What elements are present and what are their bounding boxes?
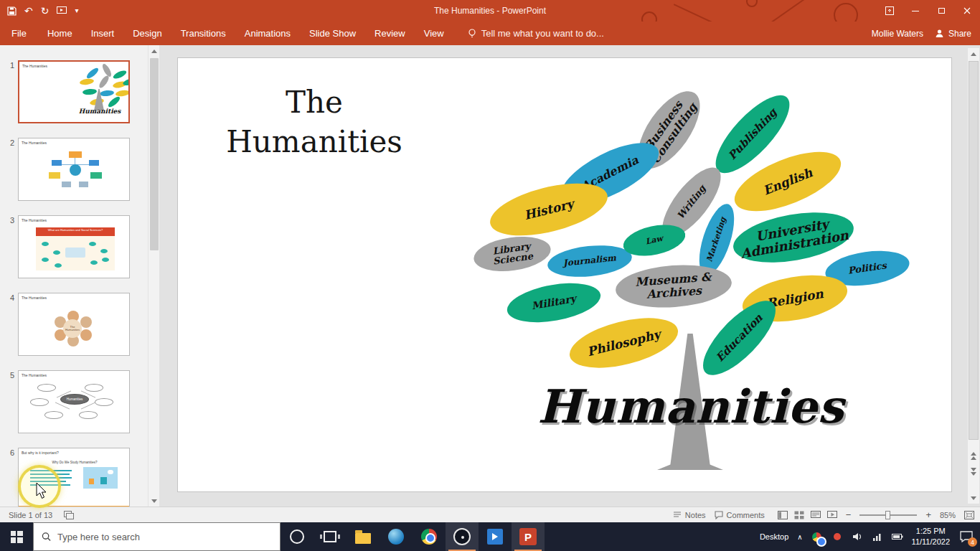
scroll-up-arrow-icon[interactable] <box>968 48 979 60</box>
comments-button[interactable]: Comments <box>715 511 765 519</box>
slide-5-preview[interactable]: The Humanities Humanities <box>18 370 130 433</box>
scroll-down-arrow-icon[interactable] <box>149 495 159 507</box>
quick-access-toolbar: ↶ ↻ ▾ <box>7 0 79 22</box>
share-button[interactable]: Share <box>935 29 971 39</box>
undo-icon[interactable]: ↶ <box>24 0 33 22</box>
leaf-journalism[interactable]: Journalism <box>546 242 633 281</box>
movies-app-button[interactable] <box>479 522 512 551</box>
slide-thumbnail-3[interactable]: 3 The Humanities What are Humanities and… <box>4 215 130 278</box>
slide-thumbnail-1[interactable]: 1 The Humanities <box>4 60 130 123</box>
tab-file[interactable]: File <box>0 22 38 45</box>
tree-word-humanities[interactable]: Humanities <box>486 380 895 433</box>
desktop-toolbar-label[interactable]: Desktop <box>760 532 788 541</box>
battery-icon[interactable] <box>892 531 903 542</box>
previous-slide-button[interactable] <box>968 450 979 462</box>
next-slide-button[interactable] <box>968 466 979 478</box>
powerpoint-taskbar-button[interactable]: P <box>512 522 545 551</box>
leaf-education[interactable]: Education <box>692 290 786 385</box>
slide-6-preview[interactable]: But why is it important? Why Do We Study… <box>18 448 130 507</box>
tray-recording-icon[interactable] <box>831 531 843 542</box>
notes-button[interactable]: Notes <box>673 511 706 519</box>
redo-icon[interactable]: ↻ <box>41 0 50 22</box>
slide-thumbnail-4[interactable]: 4 The Humanities The Humanities <box>4 293 130 356</box>
comments-icon <box>715 511 723 519</box>
tab-animations[interactable]: Animations <box>235 22 300 45</box>
slide-1-preview[interactable]: The Humanities Humanities <box>18 60 130 123</box>
edge-button[interactable] <box>380 522 413 551</box>
mini-slide-title: The Humanities <box>22 218 47 222</box>
start-button[interactable] <box>0 522 33 551</box>
close-button[interactable] <box>954 0 980 22</box>
leaf-philosophy[interactable]: Philosophy <box>565 309 683 377</box>
zoom-out-button[interactable]: − <box>846 510 852 519</box>
scroll-down-arrow-icon[interactable] <box>968 492 979 504</box>
zoom-in-button[interactable]: + <box>925 510 931 519</box>
scroll-up-arrow-icon[interactable] <box>149 45 159 57</box>
mini-mindmap-art: Humanities <box>19 371 129 433</box>
slide-number: 1 <box>4 60 14 123</box>
slide-3-preview[interactable]: The Humanities What are Humanities and S… <box>18 215 130 278</box>
titlebar: ↶ ↻ ▾ The Humanities - PowerPoint <box>0 0 980 22</box>
editing-area: The Humanities Business ConsultingPublis… <box>160 45 980 507</box>
search-input[interactable] <box>57 532 272 542</box>
hidden-icons-chevron[interactable]: ∧ <box>797 533 802 541</box>
file-explorer-button[interactable] <box>347 522 380 551</box>
leaf-library-sciecne[interactable]: Library Sciecne <box>471 232 552 276</box>
tab-review[interactable]: Review <box>365 22 415 45</box>
clock-date: 11/11/2022 <box>912 537 950 547</box>
leaf-military[interactable]: Military <box>504 277 604 329</box>
search-icon <box>42 532 51 542</box>
chrome-button[interactable] <box>413 522 446 551</box>
slide-thumbnail-6[interactable]: 6 But why is it important? Why Do We Stu… <box>4 448 130 507</box>
tell-me-box[interactable]: Tell me what you want to do... <box>468 28 604 39</box>
tab-insert[interactable]: Insert <box>82 22 124 45</box>
slide-canvas[interactable]: The Humanities Business ConsultingPublis… <box>177 57 952 492</box>
display-settings-icon[interactable] <box>64 511 74 519</box>
tray-chrome-icon[interactable] <box>811 531 823 542</box>
fit-slide-to-window-button[interactable] <box>964 511 974 519</box>
task-view-icon <box>324 531 336 542</box>
help-ribbon-options-icon[interactable] <box>877 0 903 22</box>
slide-2-preview[interactable]: The Humanities <box>18 138 130 201</box>
tab-view[interactable]: View <box>415 22 453 45</box>
taskbar-clock[interactable]: 1:25 PM 11/11/2022 <box>912 526 950 547</box>
slide-number: 5 <box>4 370 14 433</box>
mini-banner-text: What are Humanities and Social Sciences? <box>36 227 115 236</box>
volume-icon[interactable] <box>852 531 863 542</box>
zoom-slider[interactable] <box>859 514 917 516</box>
slide-show-view-button[interactable] <box>827 511 837 519</box>
cortana-button[interactable] <box>281 522 314 551</box>
network-icon[interactable] <box>872 531 883 542</box>
slide-thumbnail-5[interactable]: 5 The Humanities Humanities <box>4 370 130 433</box>
maximize-button[interactable] <box>928 0 954 22</box>
thumbnail-scrollbar[interactable] <box>148 45 159 507</box>
start-from-beginning-icon[interactable] <box>57 6 67 15</box>
zoom-level[interactable]: 85% <box>940 511 956 519</box>
action-center-button[interactable]: 4 <box>958 529 974 545</box>
screen-recorder-button[interactable] <box>446 522 479 551</box>
minimize-button[interactable] <box>903 0 928 22</box>
cortana-icon <box>290 529 304 544</box>
tab-slide-show[interactable]: Slide Show <box>300 22 365 45</box>
mini-infographic-art: What are Humanities and Social Sciences? <box>36 227 115 270</box>
scrollbar-thumb[interactable] <box>150 58 159 250</box>
slide-thumbnail-2[interactable]: 2 The Humanities <box>4 138 130 201</box>
mini-diagram-art <box>19 138 129 200</box>
tab-home[interactable]: Home <box>38 22 82 45</box>
zoom-slider-knob[interactable] <box>885 511 890 519</box>
slide-sorter-view-button[interactable] <box>794 511 804 519</box>
customize-qat-chevron-icon[interactable]: ▾ <box>75 0 78 22</box>
save-icon[interactable] <box>7 6 17 16</box>
movies-tv-icon <box>487 529 503 545</box>
tab-design[interactable]: Design <box>123 22 171 45</box>
signed-in-user[interactable]: Mollie Waters <box>872 29 923 39</box>
reading-view-button[interactable] <box>811 511 821 519</box>
scrollbar-thumb[interactable] <box>969 61 979 440</box>
taskbar-search[interactable] <box>33 522 281 551</box>
task-view-button[interactable] <box>314 522 347 551</box>
normal-view-button[interactable] <box>778 511 788 519</box>
leaf-museums-archives[interactable]: Museums & Archives <box>614 261 733 311</box>
slide-scrollbar[interactable] <box>968 48 979 504</box>
tab-transitions[interactable]: Transitions <box>171 22 235 45</box>
slide-4-preview[interactable]: The Humanities The Humanities <box>18 293 130 356</box>
